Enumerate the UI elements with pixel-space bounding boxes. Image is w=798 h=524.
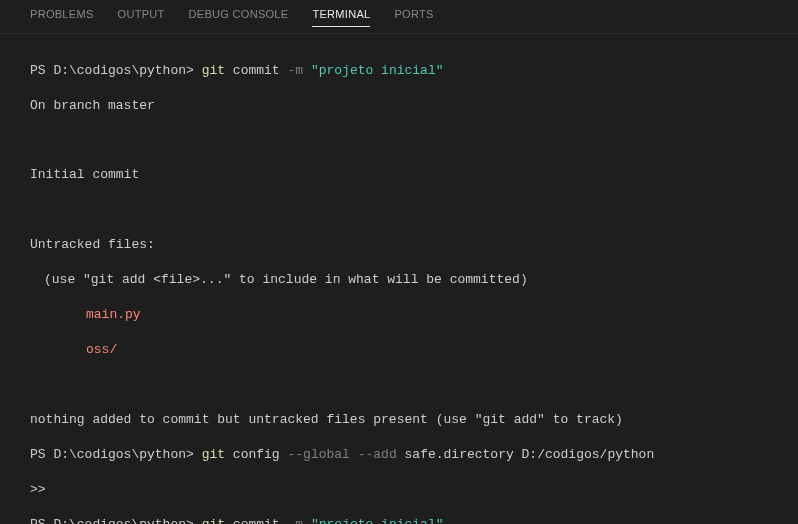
git-keyword: git bbox=[202, 517, 225, 524]
tab-debug-console[interactable]: DEBUG CONSOLE bbox=[189, 8, 289, 27]
terminal-line: PS D:\codigos\python> git commit -m "pro… bbox=[30, 62, 768, 80]
commit-message: "projeto inicial" bbox=[311, 517, 444, 524]
terminal-content[interactable]: PS D:\codigos\python> git commit -m "pro… bbox=[0, 34, 798, 524]
flag: --add bbox=[358, 447, 397, 462]
flag: -m bbox=[287, 63, 303, 78]
panel-tabs: PROBLEMS OUTPUT DEBUG CONSOLE TERMINAL P… bbox=[0, 0, 798, 34]
untracked-file: oss/ bbox=[30, 341, 768, 359]
commit-message: "projeto inicial" bbox=[311, 63, 444, 78]
git-subcommand: commit bbox=[233, 517, 280, 524]
terminal-line: PS D:\codigos\python> git config --globa… bbox=[30, 446, 768, 464]
untracked-file: main.py bbox=[30, 306, 768, 324]
terminal-line: nothing added to commit but untracked fi… bbox=[30, 411, 768, 429]
terminal-blank bbox=[30, 132, 768, 149]
terminal-line: Untracked files: bbox=[30, 236, 768, 254]
git-keyword: git bbox=[202, 447, 225, 462]
flag: --global bbox=[287, 447, 349, 462]
terminal-line: PS D:\codigos\python> git commit -m "pro… bbox=[30, 516, 768, 524]
tab-ports[interactable]: PORTS bbox=[394, 8, 433, 27]
config-arg: safe.directory D:/codigos/python bbox=[405, 447, 655, 462]
ps-prompt: PS D:\codigos\python> bbox=[30, 517, 194, 524]
terminal-line: >> bbox=[30, 481, 768, 499]
flag: -m bbox=[287, 517, 303, 524]
terminal-line: On branch master bbox=[30, 97, 768, 115]
terminal-line: (use "git add <file>..." to include in w… bbox=[30, 271, 768, 289]
git-subcommand: config bbox=[233, 447, 280, 462]
git-subcommand: commit bbox=[233, 63, 280, 78]
ps-prompt: PS D:\codigos\python> bbox=[30, 447, 194, 462]
terminal-blank bbox=[30, 376, 768, 393]
terminal-blank bbox=[30, 201, 768, 218]
git-keyword: git bbox=[202, 63, 225, 78]
tab-output[interactable]: OUTPUT bbox=[118, 8, 165, 27]
ps-prompt: PS D:\codigos\python> bbox=[30, 63, 194, 78]
terminal-line: Initial commit bbox=[30, 166, 768, 184]
tab-problems[interactable]: PROBLEMS bbox=[30, 8, 94, 27]
tab-terminal[interactable]: TERMINAL bbox=[312, 8, 370, 27]
